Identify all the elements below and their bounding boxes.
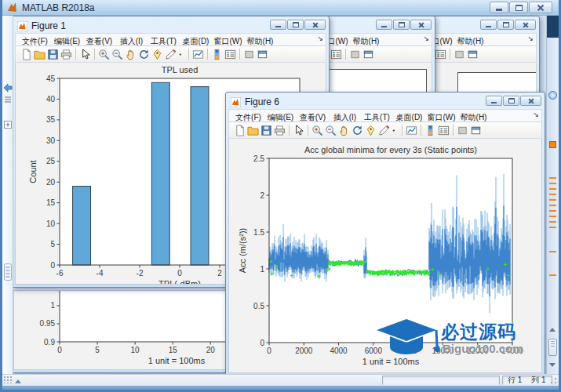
open-folder-icon[interactable] (247, 125, 259, 136)
rotate-3d-icon[interactable] (138, 49, 150, 60)
warning-tick[interactable] (549, 205, 556, 206)
close-button[interactable] (529, 2, 552, 13)
warning-tick[interactable] (549, 227, 556, 228)
maximize-button[interactable] (497, 20, 514, 30)
dock-restore-icon[interactable] (257, 49, 268, 60)
scroll-up-icon[interactable] (549, 328, 556, 332)
menu-item[interactable]: 编辑(E) (264, 112, 297, 123)
zoom-out-icon[interactable] (325, 125, 337, 136)
brush-icon[interactable] (165, 49, 177, 60)
maximize-button[interactable] (393, 20, 410, 30)
maximize-button[interactable] (287, 20, 304, 30)
back-arrow-icon[interactable] (3, 83, 13, 93)
scroll-origin-button[interactable] (548, 91, 557, 100)
warning-tick[interactable] (549, 274, 556, 276)
menu-item[interactable]: 工具(T) (148, 36, 180, 47)
scroll-down-icon[interactable] (549, 363, 556, 367)
scrollbar-thumb[interactable] (548, 339, 557, 356)
panel-grip[interactable] (4, 376, 21, 383)
menu-item[interactable]: 编辑(E) (51, 36, 83, 47)
print-icon[interactable] (274, 125, 286, 136)
minimize-button[interactable] (490, 2, 508, 13)
warning-tick[interactable] (549, 216, 556, 217)
cursor-icon[interactable] (293, 125, 304, 136)
pan-icon[interactable] (125, 49, 137, 60)
zoom-in-icon[interactable] (98, 49, 110, 60)
caret-down-icon[interactable] (392, 125, 399, 136)
link-plot-icon[interactable] (406, 125, 417, 136)
dock-minimize-icon[interactable] (349, 49, 361, 60)
menu-item[interactable]: 文件(F) (19, 36, 51, 47)
expand-plus-icon[interactable] (4, 121, 12, 129)
minimize-button[interactable] (486, 96, 502, 106)
save-icon[interactable] (47, 49, 59, 60)
caret-down-icon[interactable] (178, 49, 185, 60)
menu-item[interactable]: 插入(I) (329, 112, 361, 123)
window-titlebar[interactable]: Figure 6 (228, 95, 542, 109)
warning-tick[interactable] (549, 188, 556, 190)
new-file-icon[interactable] (234, 125, 246, 136)
colorbar-icon[interactable] (424, 125, 436, 136)
minimize-button[interactable] (376, 20, 392, 30)
warning-tick[interactable] (549, 221, 556, 223)
menu-item[interactable]: 帮助(H) (350, 36, 382, 47)
menu-item[interactable]: 查看(V) (297, 112, 329, 123)
warning-tick[interactable] (549, 194, 556, 195)
brush-icon[interactable] (378, 125, 390, 136)
menu-item[interactable]: 窗口(W) (212, 36, 244, 47)
legend-icon[interactable] (435, 49, 446, 60)
menu-item[interactable]: 窗口(W) (425, 112, 457, 123)
main-titlebar[interactable]: MATLAB R2018a (2, 0, 559, 16)
warning-tick[interactable] (549, 183, 556, 184)
dock-minimize-icon[interactable] (454, 49, 465, 60)
dock-restore-icon[interactable] (362, 49, 374, 60)
cursor-icon[interactable] (79, 49, 91, 60)
close-button[interactable] (410, 20, 432, 30)
window-titlebar[interactable]: Figure 1 (15, 19, 326, 33)
minimize-button[interactable] (480, 20, 497, 30)
warning-tick[interactable] (549, 210, 556, 212)
dock-restore-icon[interactable] (467, 49, 479, 60)
menu-item[interactable]: 桌面(D) (393, 112, 425, 123)
dock-minimize-icon[interactable] (243, 49, 255, 60)
dock-arrow-icon[interactable]: ↘ (317, 34, 323, 42)
menu-item[interactable]: 帮助(H) (457, 112, 490, 123)
warning-block-marker[interactable] (549, 141, 556, 148)
open-folder-icon[interactable] (34, 49, 46, 60)
maximize-button[interactable] (503, 96, 519, 106)
document-list-icon[interactable] (4, 96, 12, 103)
dock-arrow-icon[interactable]: ↘ (423, 34, 429, 42)
menu-item[interactable]: 工具(T) (361, 112, 393, 123)
close-button[interactable] (520, 96, 541, 106)
dock-minimize-icon[interactable] (457, 125, 468, 136)
dock-arrow-icon[interactable]: ↘ (527, 34, 534, 42)
menu-item[interactable]: 查看(V) (83, 36, 115, 47)
close-button[interactable] (515, 20, 536, 30)
zoom-out-icon[interactable] (111, 49, 123, 60)
warning-tick[interactable] (549, 251, 556, 252)
rotate-3d-icon[interactable] (352, 125, 363, 136)
maximize-button[interactable] (509, 2, 528, 13)
editor-scrollbar-strip[interactable] (546, 16, 559, 374)
zoom-in-icon[interactable] (311, 125, 323, 136)
warning-tick[interactable] (549, 199, 556, 201)
resize-grip[interactable] (550, 377, 557, 384)
legend-icon[interactable] (224, 49, 236, 60)
print-icon[interactable] (60, 49, 72, 60)
pan-icon[interactable] (338, 125, 350, 136)
menu-item[interactable]: 文件(F) (232, 112, 264, 123)
menu-item[interactable]: 桌面(D) (180, 36, 212, 47)
new-file-icon[interactable] (20, 49, 32, 60)
warning-tick[interactable] (549, 177, 556, 179)
link-plot-icon[interactable] (192, 49, 204, 60)
colorbar-icon[interactable] (211, 49, 223, 60)
legend-icon[interactable] (438, 125, 450, 136)
menu-item[interactable]: 帮助(H) (244, 36, 276, 47)
minimize-button[interactable] (270, 20, 286, 30)
save-icon[interactable] (260, 125, 272, 136)
data-cursor-icon[interactable] (151, 49, 163, 60)
close-button[interactable] (304, 20, 326, 30)
legend-icon[interactable] (330, 49, 342, 60)
dock-arrow-icon[interactable]: ↘ (533, 111, 539, 118)
menu-item[interactable]: 插入(I) (115, 36, 148, 47)
